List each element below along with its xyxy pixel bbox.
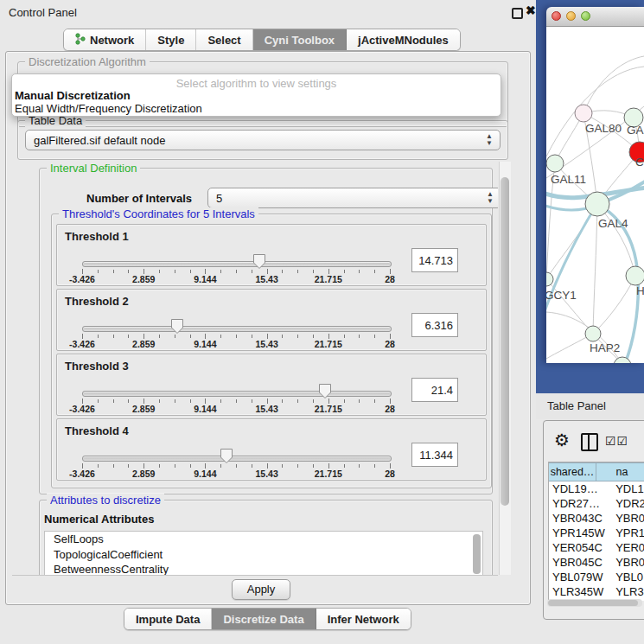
columns-icon[interactable] <box>581 433 598 451</box>
node-table[interactable]: shared… na YDL19…YDL1 YDR27…YDR2 YBR043C… <box>548 462 644 601</box>
node-gcy1[interactable] <box>546 272 553 286</box>
cell-shared[interactable]: YLR345W <box>549 584 612 599</box>
node-hap2[interactable] <box>585 326 601 341</box>
tab-network-label: Network <box>90 34 134 47</box>
column-header-name[interactable]: na <box>596 462 644 481</box>
float-window-icon[interactable] <box>512 8 523 19</box>
discretization-algorithm-group-title: Discretization Algorithm <box>25 55 150 68</box>
cell-shared[interactable]: YER054C <box>549 540 612 555</box>
scrollbar-thumb[interactable] <box>548 600 638 606</box>
threshold-2-label: Threshold 2 <box>65 295 129 308</box>
close-traffic-light-icon[interactable] <box>552 11 561 21</box>
cell-shared[interactable]: YDR27… <box>549 496 612 511</box>
tab-style[interactable]: Style <box>146 29 196 50</box>
network-icon <box>75 33 86 48</box>
threshold-2-value-field[interactable]: 6.316 <box>411 313 458 337</box>
settings-scrollbar[interactable] <box>499 162 511 575</box>
table-row[interactable]: YBR043CYBR0 <box>549 511 644 526</box>
cell-name[interactable]: YBR0 <box>612 555 644 570</box>
table-data-combobox[interactable]: galFiltered.sif default node ▲▼ <box>25 130 501 150</box>
table-panel-box: ⚙ ☑☑ shared… na YDL19…YDL1 YDR27…YDR2 YB… <box>543 420 644 620</box>
tab-discretize-data[interactable]: Discretize Data <box>212 609 316 629</box>
list-item-selfloops[interactable]: SelfLoops <box>45 532 482 547</box>
slider-tick-labels: -3.4262.8599.14415.4321.71528 <box>82 274 390 284</box>
gear-icon[interactable]: ⚙ <box>554 430 570 450</box>
tick-label: 15.43 <box>255 339 277 349</box>
algorithm-dropdown-popup: Select algorithm to view settings Manual… <box>11 73 501 117</box>
cell-name[interactable]: YLR3 <box>612 584 644 599</box>
threshold-2-slider-track[interactable] <box>82 326 392 332</box>
zoom-traffic-light-icon[interactable] <box>581 11 590 21</box>
list-item-topologicalcoefficient[interactable]: TopologicalCoefficient <box>45 547 482 563</box>
table-row[interactable]: YDR27…YDR2 <box>549 496 644 511</box>
cell-shared[interactable]: YBR045C <box>549 555 612 570</box>
node-gal11[interactable] <box>546 155 564 172</box>
apply-button[interactable]: Apply <box>232 579 290 600</box>
screen: Control Panel ✖ Network Style Select Cyn… <box>0 0 644 644</box>
tab-infer-network[interactable]: Infer Network <box>316 609 411 629</box>
network-view-window[interactable]: GAL80 GA C GAL11 GAL4 GCY1 H HAP2 <box>546 7 644 363</box>
cell-name[interactable]: YDL1 <box>612 481 644 496</box>
threshold-3-value-field[interactable]: 21.4 <box>411 378 458 402</box>
list-item-betweennesscentrality[interactable]: BetweennessCentrality <box>45 562 482 576</box>
threshold-4-slider-thumb[interactable] <box>220 448 233 464</box>
table-row[interactable]: YER054CYER0 <box>549 540 644 555</box>
threshold-1-value-field[interactable]: 14.713 <box>411 248 458 272</box>
close-icon[interactable]: ✖ <box>526 3 536 17</box>
cell-shared[interactable]: YPR145W <box>549 526 612 540</box>
threshold-2-slider-thumb[interactable] <box>170 318 184 335</box>
number-of-intervals-combobox[interactable]: 5 ▲▼ <box>207 188 498 208</box>
combo-stepper-icon: ▲▼ <box>487 191 494 205</box>
threshold-1-slider-thumb[interactable] <box>252 253 266 270</box>
network-graph: GAL80 GA C GAL11 GAL4 GCY1 H HAP2 <box>546 27 644 363</box>
tab-network[interactable]: Network <box>64 29 146 50</box>
tab-cyni-toolbox-label: Cyni Toolbox <box>265 34 335 47</box>
slider-tick-labels: -3.4262.8599.14415.4321.71528 <box>82 339 390 349</box>
threshold-4-value-field[interactable]: 11.344 <box>411 443 458 467</box>
tab-cyni-toolbox[interactable]: Cyni Toolbox <box>253 29 347 50</box>
algorithm-option-equal-width[interactable]: Equal Width/Frequency Discretization <box>15 102 202 115</box>
minimize-traffic-light-icon[interactable] <box>566 11 576 21</box>
algorithm-option-manual[interactable]: Manual Discretization <box>15 89 131 102</box>
tick-label: 9.144 <box>194 469 216 479</box>
table-row[interactable]: YBR045CYBR0 <box>549 555 644 570</box>
node-gal4[interactable] <box>585 192 609 216</box>
cell-shared[interactable]: YBR043C <box>549 511 612 526</box>
threshold-3-slider-thumb[interactable] <box>318 383 332 399</box>
node-right-mid[interactable] <box>626 266 644 285</box>
thresholds-group-title: Threshold's Coordinates for 5 Intervals <box>59 207 258 220</box>
cell-shared[interactable]: YBL079W <box>549 570 612 584</box>
tick-label: 15.43 <box>255 274 277 284</box>
cell-name[interactable]: YBR0 <box>612 511 644 526</box>
node-gal80[interactable] <box>575 105 592 122</box>
threshold-4-slider-track[interactable] <box>82 456 392 462</box>
table-row[interactable]: YLR345WYLR3 <box>549 584 644 599</box>
table-row[interactable]: YBL079WYBL0 <box>549 570 644 584</box>
cell-name[interactable]: YBL0 <box>612 570 644 584</box>
threshold-3-slider-track[interactable] <box>82 391 392 397</box>
select-columns-checkboxes-icon[interactable]: ☑☑ <box>605 434 628 448</box>
network-canvas[interactable]: GAL80 GA C GAL11 GAL4 GCY1 H HAP2 <box>546 27 644 363</box>
tab-jactivemnodules[interactable]: jActiveMNodules <box>347 29 460 50</box>
tick-label: 28 <box>385 404 395 414</box>
tab-impute-data[interactable]: Impute Data <box>124 609 212 629</box>
numerical-attributes-list[interactable]: SelfLoops TopologicalCoefficient Between… <box>44 531 483 576</box>
table-row[interactable]: YDL19…YDL1 <box>549 481 644 496</box>
column-header-shared[interactable]: shared… <box>549 462 596 481</box>
threshold-3-label: Threshold 3 <box>65 360 129 373</box>
cell-name[interactable]: YER0 <box>612 540 644 555</box>
tick-label: -3.426 <box>69 339 95 349</box>
node-label-gal80: GAL80 <box>585 122 622 135</box>
cell-name[interactable]: YPR1 <box>612 526 644 540</box>
scrollbar-thumb[interactable] <box>501 177 509 506</box>
threshold-1-slider-track[interactable] <box>82 261 392 267</box>
interval-definition-title: Interval Definition <box>47 162 140 175</box>
tab-select[interactable]: Select <box>196 29 252 50</box>
tab-impute-data-label: Impute Data <box>136 613 200 626</box>
table-horizontal-scrollbar[interactable] <box>547 599 642 607</box>
threshold-3-panel: Threshold 3 -3.4262.8599.14415.4321.7152… <box>56 354 487 416</box>
attributes-list-scrollbar[interactable] <box>473 534 481 574</box>
table-row[interactable]: YPR145WYPR1 <box>549 526 644 540</box>
cell-name[interactable]: YDR2 <box>612 496 644 511</box>
cell-shared[interactable]: YDL19… <box>549 481 612 496</box>
